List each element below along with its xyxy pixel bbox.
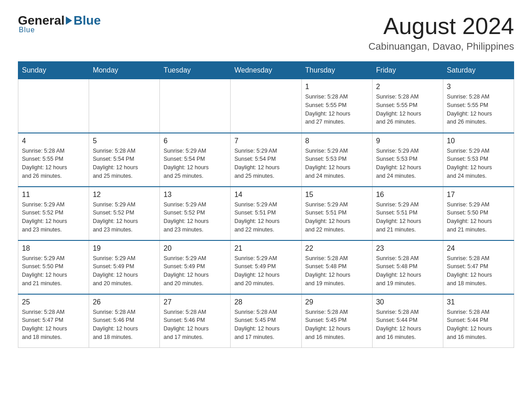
day-number: 22 <box>305 244 369 253</box>
day-cell-29: 29Sunrise: 5:28 AMSunset: 5:45 PMDayligh… <box>301 294 372 348</box>
day-info: Sunrise: 5:28 AMSunset: 5:48 PMDaylight:… <box>376 254 439 288</box>
day-number: 9 <box>376 137 439 145</box>
day-cell-1: 1Sunrise: 5:28 AMSunset: 5:55 PMDaylight… <box>301 79 372 133</box>
day-number: 3 <box>447 83 510 91</box>
day-cell-16: 16Sunrise: 5:29 AMSunset: 5:51 PMDayligh… <box>372 187 443 240</box>
day-info: Sunrise: 5:28 AMSunset: 5:44 PMDaylight:… <box>447 308 510 342</box>
day-cell-3: 3Sunrise: 5:28 AMSunset: 5:55 PMDaylight… <box>443 79 514 133</box>
day-number: 1 <box>305 83 369 91</box>
day-number: 17 <box>447 191 510 199</box>
logo-blue-text: Blue <box>73 13 101 28</box>
day-cell-30: 30Sunrise: 5:28 AMSunset: 5:44 PMDayligh… <box>372 294 443 348</box>
day-number: 28 <box>234 298 297 306</box>
day-info: Sunrise: 5:28 AMSunset: 5:55 PMDaylight:… <box>376 93 439 126</box>
header-cell-sunday: Sunday <box>18 62 89 79</box>
day-cell-31: 31Sunrise: 5:28 AMSunset: 5:44 PMDayligh… <box>443 294 514 348</box>
day-info: Sunrise: 5:28 AMSunset: 5:55 PMDaylight:… <box>305 93 369 126</box>
day-info: Sunrise: 5:28 AMSunset: 5:45 PMDaylight:… <box>234 308 297 342</box>
day-info: Sunrise: 5:29 AMSunset: 5:52 PMDaylight:… <box>93 201 156 234</box>
day-info: Sunrise: 5:29 AMSunset: 5:54 PMDaylight:… <box>234 147 297 180</box>
day-cell-24: 24Sunrise: 5:28 AMSunset: 5:47 PMDayligh… <box>443 240 514 294</box>
header-cell-wednesday: Wednesday <box>231 62 301 79</box>
day-cell-17: 17Sunrise: 5:29 AMSunset: 5:50 PMDayligh… <box>443 187 514 240</box>
day-number: 20 <box>163 244 227 253</box>
day-number: 5 <box>93 137 156 145</box>
day-number: 11 <box>22 191 85 199</box>
day-number: 14 <box>234 191 297 199</box>
day-cell-4: 4Sunrise: 5:28 AMSunset: 5:55 PMDaylight… <box>18 133 89 187</box>
day-cell-15: 15Sunrise: 5:29 AMSunset: 5:51 PMDayligh… <box>301 187 372 240</box>
day-info: Sunrise: 5:28 AMSunset: 5:55 PMDaylight:… <box>22 147 85 180</box>
day-cell-13: 13Sunrise: 5:29 AMSunset: 5:52 PMDayligh… <box>160 187 231 240</box>
day-number: 2 <box>376 83 439 91</box>
day-info: Sunrise: 5:29 AMSunset: 5:50 PMDaylight:… <box>22 254 85 288</box>
empty-cell <box>160 79 231 133</box>
location-title: Cabinuangan, Davao, Philippines <box>369 41 514 52</box>
day-info: Sunrise: 5:29 AMSunset: 5:49 PMDaylight:… <box>163 254 227 288</box>
day-cell-22: 22Sunrise: 5:28 AMSunset: 5:48 PMDayligh… <box>301 240 372 294</box>
day-number: 31 <box>447 298 510 306</box>
page-header: General Blue Blue August 2024 Cabinuanga… <box>18 13 514 52</box>
day-info: Sunrise: 5:29 AMSunset: 5:49 PMDaylight:… <box>93 254 156 288</box>
empty-cell <box>89 79 160 133</box>
day-cell-28: 28Sunrise: 5:28 AMSunset: 5:45 PMDayligh… <box>231 294 301 348</box>
day-info: Sunrise: 5:29 AMSunset: 5:50 PMDaylight:… <box>447 201 510 234</box>
calendar-table: SundayMondayTuesdayWednesdayThursdayFrid… <box>18 61 514 348</box>
day-info: Sunrise: 5:28 AMSunset: 5:45 PMDaylight:… <box>305 308 369 342</box>
calendar-header: SundayMondayTuesdayWednesdayThursdayFrid… <box>18 62 514 79</box>
day-number: 26 <box>93 298 156 306</box>
day-cell-10: 10Sunrise: 5:29 AMSunset: 5:53 PMDayligh… <box>443 133 514 187</box>
day-number: 13 <box>163 191 227 199</box>
day-cell-14: 14Sunrise: 5:29 AMSunset: 5:51 PMDayligh… <box>231 187 301 240</box>
day-info: Sunrise: 5:29 AMSunset: 5:53 PMDaylight:… <box>376 147 439 180</box>
day-number: 10 <box>447 137 510 145</box>
day-number: 4 <box>22 137 85 145</box>
month-title: August 2024 <box>369 13 514 39</box>
day-number: 24 <box>447 244 510 253</box>
day-cell-21: 21Sunrise: 5:29 AMSunset: 5:49 PMDayligh… <box>231 240 301 294</box>
day-cell-7: 7Sunrise: 5:29 AMSunset: 5:54 PMDaylight… <box>231 133 301 187</box>
week-row-2: 4Sunrise: 5:28 AMSunset: 5:55 PMDaylight… <box>18 133 514 187</box>
day-cell-20: 20Sunrise: 5:29 AMSunset: 5:49 PMDayligh… <box>160 240 231 294</box>
day-number: 30 <box>376 298 439 306</box>
day-info: Sunrise: 5:29 AMSunset: 5:53 PMDaylight:… <box>447 147 510 180</box>
day-cell-23: 23Sunrise: 5:28 AMSunset: 5:48 PMDayligh… <box>372 240 443 294</box>
day-cell-19: 19Sunrise: 5:29 AMSunset: 5:49 PMDayligh… <box>89 240 160 294</box>
day-cell-6: 6Sunrise: 5:29 AMSunset: 5:54 PMDaylight… <box>160 133 231 187</box>
day-cell-11: 11Sunrise: 5:29 AMSunset: 5:52 PMDayligh… <box>18 187 89 240</box>
day-cell-9: 9Sunrise: 5:29 AMSunset: 5:53 PMDaylight… <box>372 133 443 187</box>
day-cell-5: 5Sunrise: 5:28 AMSunset: 5:54 PMDaylight… <box>89 133 160 187</box>
day-number: 8 <box>305 137 369 145</box>
week-row-5: 25Sunrise: 5:28 AMSunset: 5:47 PMDayligh… <box>18 294 514 348</box>
logo-underline: Blue <box>19 26 35 34</box>
day-info: Sunrise: 5:28 AMSunset: 5:46 PMDaylight:… <box>163 308 227 342</box>
day-number: 15 <box>305 191 369 199</box>
title-block: August 2024 Cabinuangan, Davao, Philippi… <box>369 13 514 52</box>
week-row-1: 1Sunrise: 5:28 AMSunset: 5:55 PMDaylight… <box>18 79 514 133</box>
day-info: Sunrise: 5:28 AMSunset: 5:46 PMDaylight:… <box>93 308 156 342</box>
day-info: Sunrise: 5:29 AMSunset: 5:49 PMDaylight:… <box>234 254 297 288</box>
day-info: Sunrise: 5:28 AMSunset: 5:54 PMDaylight:… <box>93 147 156 180</box>
day-info: Sunrise: 5:29 AMSunset: 5:52 PMDaylight:… <box>22 201 85 234</box>
logo-arrow-icon <box>66 17 72 25</box>
day-number: 21 <box>234 244 297 253</box>
header-cell-tuesday: Tuesday <box>160 62 231 79</box>
day-number: 6 <box>163 137 227 145</box>
calendar-body: 1Sunrise: 5:28 AMSunset: 5:55 PMDaylight… <box>18 79 514 348</box>
day-number: 16 <box>376 191 439 199</box>
header-cell-saturday: Saturday <box>443 62 514 79</box>
day-info: Sunrise: 5:29 AMSunset: 5:51 PMDaylight:… <box>305 201 369 234</box>
day-number: 23 <box>376 244 439 253</box>
day-cell-27: 27Sunrise: 5:28 AMSunset: 5:46 PMDayligh… <box>160 294 231 348</box>
day-cell-18: 18Sunrise: 5:29 AMSunset: 5:50 PMDayligh… <box>18 240 89 294</box>
day-cell-12: 12Sunrise: 5:29 AMSunset: 5:52 PMDayligh… <box>89 187 160 240</box>
empty-cell <box>231 79 301 133</box>
week-row-4: 18Sunrise: 5:29 AMSunset: 5:50 PMDayligh… <box>18 240 514 294</box>
day-info: Sunrise: 5:28 AMSunset: 5:55 PMDaylight:… <box>447 93 510 126</box>
day-info: Sunrise: 5:28 AMSunset: 5:44 PMDaylight:… <box>376 308 439 342</box>
day-number: 25 <box>22 298 85 306</box>
day-cell-25: 25Sunrise: 5:28 AMSunset: 5:47 PMDayligh… <box>18 294 89 348</box>
header-cell-thursday: Thursday <box>301 62 372 79</box>
week-row-3: 11Sunrise: 5:29 AMSunset: 5:52 PMDayligh… <box>18 187 514 240</box>
day-info: Sunrise: 5:29 AMSunset: 5:51 PMDaylight:… <box>234 201 297 234</box>
